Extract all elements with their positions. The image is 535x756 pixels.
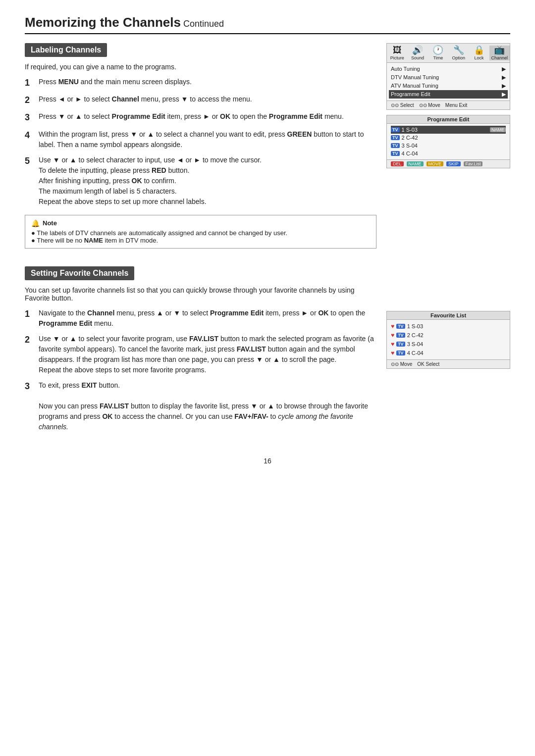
labeling-header: Labeling Channels bbox=[25, 43, 107, 57]
menu-row-programme-edit: Programme Edit ▶ bbox=[389, 90, 508, 99]
page-title: Memorizing the Channels Continued bbox=[25, 15, 510, 34]
menu-panel: 🖼 Picture 🔊 Sound 🕐 Time 🔧 Option 🔒 bbox=[386, 43, 510, 110]
menu-icon-option: 🔧 Option bbox=[448, 46, 469, 60]
menu-icon-sound: 🔊 Sound bbox=[407, 46, 428, 60]
labeling-section: Labeling Channels If required, you can g… bbox=[25, 43, 510, 256]
right-panel-labeling: 🖼 Picture 🔊 Sound 🕐 Time 🔧 Option 🔒 bbox=[386, 43, 510, 256]
page-number: 16 bbox=[25, 457, 510, 465]
prog-edit-panel: Programme Edit TV 1 S-03 NAME TV 2 C-42 … bbox=[386, 115, 510, 168]
menu-row-atv: ATV Manual Tuning ▶ bbox=[391, 82, 506, 90]
note-box: 🔔 Note The labels of DTV channels are au… bbox=[25, 215, 376, 249]
heart-icon-1: ♥ bbox=[391, 323, 394, 330]
labeling-intro: If required, you can give a name to the … bbox=[25, 63, 376, 71]
step-1: 1 Press MENU and the main menu screen di… bbox=[25, 77, 376, 89]
del-button: DEL bbox=[391, 161, 404, 166]
step-4: 4 Within the program list, press ▼ or ▲ … bbox=[25, 129, 376, 150]
prog-edit-title: Programme Edit bbox=[387, 115, 510, 124]
menu-icon-picture: 🖼 Picture bbox=[387, 46, 407, 60]
favourite-left: Setting Favorite Channels You can set up… bbox=[25, 266, 376, 437]
heart-icon-3: ♥ bbox=[391, 341, 394, 348]
step-3: 3 Press ▼ or ▲ to select Programme Edit … bbox=[25, 111, 376, 124]
fav-row-3: ♥ TV 3 S-04 bbox=[391, 340, 506, 349]
prog-edit-row-1: TV 1 S-03 NAME bbox=[391, 126, 506, 134]
note-item-1: The labels of DTV channels are automatic… bbox=[31, 229, 370, 237]
right-panel-favourite: Favourite List ♥ TV 1 S-03 ♥ TV 2 C-42 ♥… bbox=[386, 266, 510, 437]
fav-footer: ⊙⊙ Move OK Select bbox=[387, 359, 510, 368]
fav-row-4: ♥ TV 4 C-04 bbox=[391, 349, 506, 357]
prog-edit-row-4: TV 4 C-04 bbox=[391, 150, 506, 157]
fav-panel-title: Favourite List bbox=[387, 311, 510, 320]
menu-icons-row: 🖼 Picture 🔊 Sound 🕐 Time 🔧 Option 🔒 bbox=[387, 44, 510, 63]
labeling-steps: 1 Press MENU and the main menu screen di… bbox=[25, 77, 376, 207]
step-2: 2 Press ◄ or ► to select Channel menu, p… bbox=[25, 94, 376, 106]
note-icon: 🔔 bbox=[31, 219, 40, 227]
menu-icon-lock: 🔒 Lock bbox=[469, 46, 489, 60]
fav-step-1: 1 Navigate to the Channel menu, press ▲ … bbox=[25, 308, 376, 329]
fav-step-2: 2 Use ▼ or ▲ to select your favorite pro… bbox=[25, 334, 376, 375]
favlist-button: Fav.List bbox=[464, 161, 483, 166]
menu-icon-time: 🕐 Time bbox=[428, 46, 448, 60]
fav-panel: Favourite List ♥ TV 1 S-03 ♥ TV 2 C-42 ♥… bbox=[386, 311, 510, 369]
step-5: 5 Use ▼ or ▲ to select character to inpu… bbox=[25, 155, 376, 207]
fav-step-3: 3 To exit, press EXIT button. Now you ca… bbox=[25, 380, 376, 432]
fav-rows: ♥ TV 1 S-03 ♥ TV 2 C-42 ♥ TV 3 S-04 ♥ TV bbox=[387, 320, 510, 359]
prog-edit-row-2: TV 2 C-42 bbox=[391, 134, 506, 142]
prog-edit-row-3: TV 3 S-04 bbox=[391, 142, 506, 150]
favourite-steps: 1 Navigate to the Channel menu, press ▲ … bbox=[25, 308, 376, 432]
note-items: The labels of DTV channels are automatic… bbox=[31, 229, 370, 244]
name-button: NAME bbox=[407, 161, 424, 166]
favourite-section: Setting Favorite Channels You can set up… bbox=[25, 266, 510, 437]
menu-icon-channel: 📺 Channel bbox=[489, 46, 510, 60]
fav-row-2: ♥ TV 2 C-42 bbox=[391, 331, 506, 340]
menu-row-dtv: DTV Manual Tuning ▶ bbox=[391, 73, 506, 82]
move-button: MOVE bbox=[427, 161, 444, 166]
skip-button: SKIP bbox=[446, 161, 461, 166]
prog-edit-rows: TV 1 S-03 NAME TV 2 C-42 TV 3 S-04 TV 4 … bbox=[387, 124, 510, 159]
heart-icon-2: ♥ bbox=[391, 332, 394, 339]
favourite-header: Setting Favorite Channels bbox=[25, 266, 134, 280]
note-item-2: There will be no NAME item in DTV mode. bbox=[31, 237, 370, 244]
favourite-intro: You can set up favorite channels list so… bbox=[25, 286, 376, 302]
menu-rows: Auto Tuning ▶ DTV Manual Tuning ▶ ATV Ma… bbox=[387, 63, 510, 101]
prog-edit-footer: DEL NAME MOVE SKIP Fav.List bbox=[387, 159, 510, 168]
labeling-left: Labeling Channels If required, you can g… bbox=[25, 43, 376, 256]
menu-footer: ⊙⊙ Select ⊙⊙ Move Menu Exit bbox=[387, 101, 510, 109]
fav-row-1: ♥ TV 1 S-03 bbox=[391, 322, 506, 331]
menu-row-auto-tuning: Auto Tuning ▶ bbox=[391, 65, 506, 73]
heart-icon-4: ♥ bbox=[391, 350, 394, 356]
